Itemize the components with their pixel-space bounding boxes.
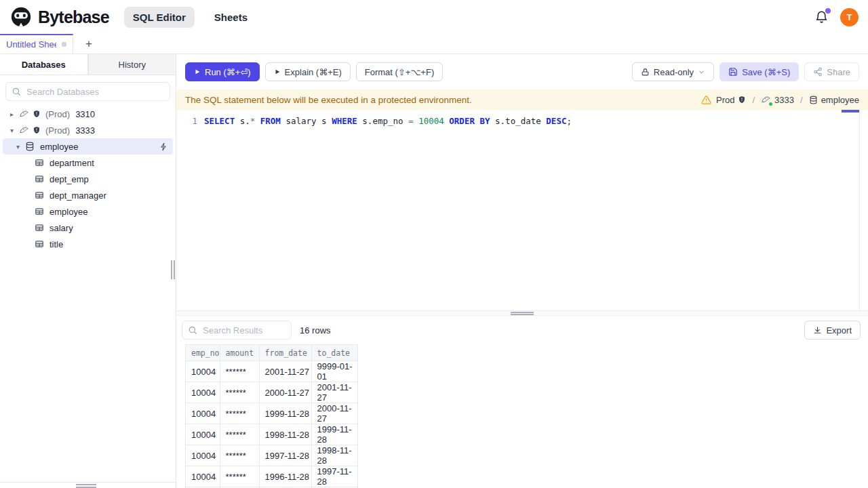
editor-overview-mark [842, 110, 859, 113]
cell-from_date: 1999-11-28 [259, 403, 311, 424]
tree-table-employee[interactable]: employee [0, 203, 176, 220]
sidebar-bottom-splitter[interactable] [0, 482, 176, 488]
tree-instance-3310[interactable]: ▸(Prod)3310 [0, 106, 176, 122]
mysql-icon [19, 125, 29, 136]
top-nav: SQL Editor Sheets [124, 7, 256, 28]
sql-code[interactable]: SELECT s.* FROM salary s WHERE s.emp_no … [204, 115, 572, 127]
tab-history[interactable]: History [88, 54, 176, 75]
sheet-tab-strip: Untitled Sheet + [0, 34, 868, 54]
export-button[interactable]: Export [804, 321, 861, 340]
lightning-icon[interactable] [159, 142, 168, 151]
drag-handle-icon [511, 311, 534, 315]
environment-crumb[interactable]: Prod [716, 95, 746, 105]
database-tree: ▸(Prod)3310▾(Prod)3333▾employeedepartmen… [0, 106, 176, 252]
database-icon [25, 142, 35, 151]
column-header-to_date: to_date [311, 345, 357, 361]
cell-emp_no: 10004 [186, 361, 220, 382]
table-icon [35, 239, 44, 249]
table-name: department [50, 158, 94, 168]
run-button[interactable]: Run (⌘+⏎) [185, 62, 260, 81]
caret-down-icon[interactable]: ▾ [14, 143, 22, 150]
cell-emp_no: 10004 [186, 382, 220, 403]
database-search[interactable] [5, 82, 170, 101]
editor-scrollbar-track [859, 110, 860, 310]
sql-token-plain: s.to_date [490, 116, 547, 126]
share-button[interactable]: Share [804, 62, 859, 81]
new-sheet-button[interactable]: + [81, 37, 96, 51]
notification-dot [825, 8, 831, 14]
sheet-tab-label: Untitled Sheet [6, 39, 56, 49]
tree-table-department[interactable]: department [0, 155, 176, 171]
save-button[interactable]: Save (⌘+S) [719, 62, 799, 81]
cell-to_date: 1998-11-28 [311, 445, 357, 466]
table-row: 10004******1996-11-281997-11-28 [186, 466, 358, 487]
results-panel: 16 rows Export emp_noamountfrom_dateto_d… [176, 316, 868, 488]
results-search-input[interactable] [201, 325, 285, 336]
readonly-mode-button[interactable]: Read-only [632, 62, 714, 81]
instance-name: 3310 [75, 109, 95, 119]
sql-token-keyword: SELECT [204, 116, 235, 126]
environment-label: (Prod) [45, 109, 70, 119]
tree-instance-3333[interactable]: ▾(Prod)3333 [0, 122, 176, 138]
sidebar: Databases History ▸(Prod)3310▾(Prod)3333… [0, 54, 176, 488]
column-header-from_date: from_date [259, 345, 311, 361]
drag-handle-icon [76, 484, 96, 488]
database-crumb[interactable]: employee [809, 95, 859, 105]
nav-sheets[interactable]: Sheets [205, 7, 256, 28]
caret-down-icon[interactable]: ▾ [8, 127, 16, 134]
database-search-input[interactable] [25, 86, 164, 98]
tree-table-salary[interactable]: salary [0, 220, 176, 236]
tree-table-dept_emp[interactable]: dept_emp [0, 171, 176, 187]
column-header-emp_no: emp_no [186, 345, 220, 361]
environment-label: (Prod) [45, 125, 70, 136]
mysql-icon [761, 95, 771, 105]
table-row: 10004******1997-11-281998-11-28 [186, 445, 358, 466]
table-row: 10004******1998-11-281999-11-28 [186, 424, 358, 445]
brand-title: Bytebase [38, 7, 109, 27]
results-resize-handle[interactable] [176, 310, 868, 316]
nav-sql-editor[interactable]: SQL Editor [124, 7, 195, 28]
table-icon [35, 158, 44, 167]
table-name: dept_manager [50, 190, 106, 201]
explain-button[interactable]: Explain (⌘+E) [265, 62, 351, 81]
sql-token-plain: s. [235, 116, 250, 126]
sql-token-keyword: WHERE [332, 116, 357, 126]
avatar[interactable]: T [840, 8, 859, 26]
download-icon [813, 326, 822, 335]
cell-amount: ****** [220, 466, 259, 487]
instance-crumb[interactable]: 3333 [761, 95, 794, 105]
cell-amount: ****** [220, 403, 259, 424]
sql-token-plain: s.emp_no [357, 116, 408, 126]
sql-token-keyword: ORDER BY [449, 116, 490, 126]
row-count: 16 rows [300, 325, 331, 336]
tab-untitled-sheet[interactable]: Untitled Sheet [0, 34, 73, 54]
connection-breadcrumb: Prod / 3333 / [701, 95, 859, 105]
cell-to_date: 1997-11-28 [311, 466, 357, 487]
search-icon [12, 87, 21, 96]
results-search[interactable] [182, 321, 292, 340]
tree-database-employee[interactable]: ▾employee [3, 138, 173, 155]
cell-emp_no: 10004 [186, 424, 220, 445]
format-button[interactable]: Format (⇧+⌥+F) [356, 62, 443, 81]
save-icon [728, 67, 738, 77]
bytebase-sql-editor: Bytebase SQL Editor Sheets T Untitled Sh… [0, 0, 868, 488]
cell-to_date: 9999-01-01 [311, 361, 357, 382]
play-icon [194, 68, 201, 75]
cell-amount: ****** [220, 445, 259, 466]
tree-table-title[interactable]: title [0, 236, 176, 252]
cell-emp_no: 10004 [186, 445, 220, 466]
tree-table-dept_manager[interactable]: dept_manager [0, 187, 176, 203]
cell-from_date: 1998-11-28 [259, 424, 311, 445]
sidebar-resize-handle[interactable] [170, 260, 176, 279]
line-number: 1 [176, 115, 204, 127]
sql-token-plain: salary s [281, 116, 332, 126]
sidebar-tabs: Databases History [0, 54, 176, 75]
cell-to_date: 1999-11-28 [311, 424, 357, 445]
results-table: emp_noamountfrom_dateto_date10004******2… [185, 344, 868, 488]
caret-right-icon[interactable]: ▸ [8, 110, 16, 118]
shield-icon [33, 110, 41, 118]
notification-bell-icon[interactable] [814, 10, 829, 24]
sql-editor[interactable]: 1 SELECT s.* FROM salary s WHERE s.emp_n… [176, 110, 868, 310]
tab-databases[interactable]: Databases [0, 54, 88, 75]
share-icon [813, 67, 823, 77]
